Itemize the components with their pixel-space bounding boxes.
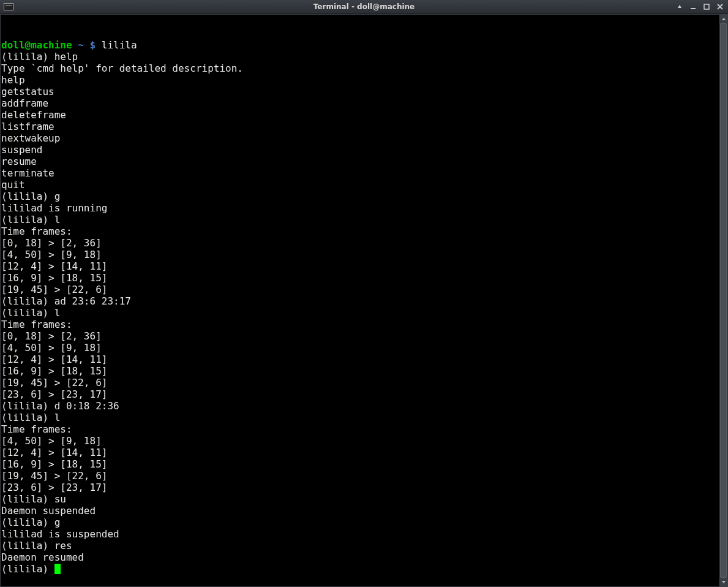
output-line: Time frames: [1, 319, 719, 330]
window-titlebar: Terminal - doll@machine [0, 0, 728, 14]
output-line: (lilila) su [1, 493, 719, 505]
output-line: [4, 50] > [9, 18] [1, 342, 719, 354]
window-title: Terminal - doll@machine [0, 2, 728, 11]
window-controls [674, 2, 728, 12]
scroll-down-arrow-icon[interactable] [719, 578, 727, 586]
output-line: (lilila) ad 23:6 23:17 [1, 295, 719, 307]
output-line: lililad is running [1, 202, 719, 214]
output-line: [19, 45] > [22, 6] [1, 470, 719, 482]
output-line: getstatus [1, 86, 719, 97]
terminal-viewport[interactable]: doll@machine ~ $ lilila(lilila) helpType… [1, 15, 719, 586]
output-line: (lilila) d 0:18 2:36 [1, 400, 719, 412]
output-line: quit [1, 179, 719, 191]
svg-rect-1 [704, 4, 709, 9]
prompt-path: ~ [78, 39, 84, 51]
output-line: (lilila) l [1, 412, 719, 423]
output-line: Time frames: [1, 225, 719, 237]
close-button[interactable] [715, 2, 726, 12]
output-line: (lilila) g [1, 517, 719, 528]
output-line: addframe [1, 97, 719, 109]
output-line: [16, 9] > [18, 15] [1, 272, 719, 284]
scroll-thumb[interactable] [720, 23, 727, 578]
output-line: [4, 50] > [9, 18] [1, 435, 719, 447]
vertical-scrollbar[interactable] [719, 15, 727, 586]
output-line: help [1, 74, 719, 86]
output-line: [16, 9] > [18, 15] [1, 365, 719, 377]
output-line: (lilila) l [1, 307, 719, 319]
output-line: [19, 45] > [22, 6] [1, 377, 719, 388]
output-line: Daemon resumed [1, 551, 719, 563]
output-line: [12, 4] > [14, 11] [1, 447, 719, 458]
prompt-userhost: doll@machine [1, 39, 72, 51]
current-prompt-text: (lilila) [1, 563, 54, 575]
output-line: (lilila) g [1, 191, 719, 202]
output-line: nextwakeup [1, 132, 719, 144]
prompt-line: doll@machine ~ $ lilila [1, 39, 719, 51]
output-line: [4, 50] > [9, 18] [1, 249, 719, 260]
output-line: resume [1, 156, 719, 167]
output-line: [0, 18] > [2, 36] [1, 237, 719, 249]
output-line: [16, 9] > [18, 15] [1, 458, 719, 470]
svg-rect-0 [691, 8, 696, 9]
minimize-button[interactable] [688, 2, 699, 12]
output-line: [19, 45] > [22, 6] [1, 284, 719, 295]
dropdown-arrow-icon[interactable] [674, 2, 685, 12]
output-line: [23, 6] > [23, 17] [1, 482, 719, 493]
scroll-up-arrow-icon[interactable] [719, 15, 727, 23]
output-line: listframe [1, 121, 719, 132]
output-line: (lilila) l [1, 214, 719, 225]
output-line: Type `cmd help' for detailed description… [1, 62, 719, 74]
current-prompt-line: (lilila) [1, 563, 719, 575]
output-line: Daemon suspended [1, 505, 719, 517]
terminal-cursor [54, 564, 61, 574]
output-line: suspend [1, 144, 719, 156]
output-line: [23, 6] > [23, 17] [1, 388, 719, 400]
terminal-frame: doll@machine ~ $ lilila(lilila) helpType… [0, 14, 728, 587]
terminal-app-icon [4, 3, 13, 10]
prompt-symbol: $ [90, 39, 96, 51]
output-line: deleteframe [1, 109, 719, 121]
output-line: [0, 18] > [2, 36] [1, 330, 719, 342]
output-line: Time frames: [1, 423, 719, 435]
entered-command: lilila [102, 39, 137, 51]
output-line: [12, 4] > [14, 11] [1, 354, 719, 365]
output-line: (lilila) res [1, 540, 719, 551]
output-line: lililad is suspended [1, 528, 719, 540]
output-line: [12, 4] > [14, 11] [1, 260, 719, 272]
maximize-button[interactable] [701, 2, 712, 12]
output-line: (lilila) help [1, 51, 719, 62]
output-line: terminate [1, 167, 719, 179]
